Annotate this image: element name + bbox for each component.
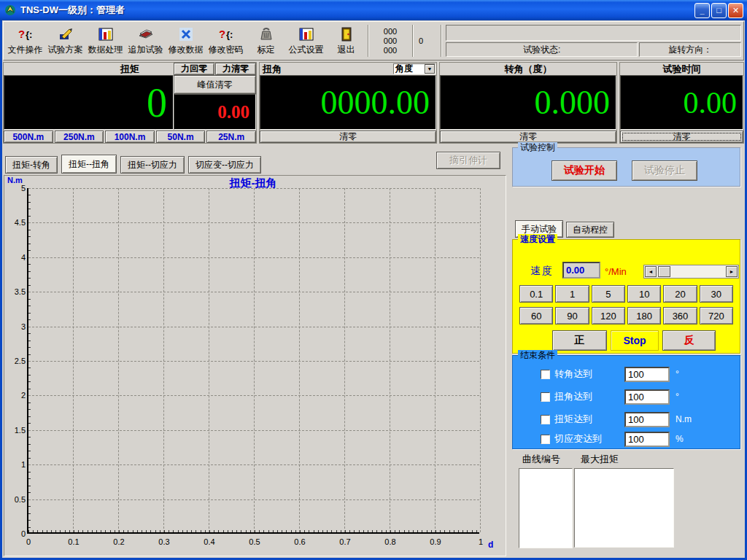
svg-text:?: ? [18,28,25,40]
speed-preset-button[interactable]: 180 [627,307,661,324]
end-condition-unit: ° [676,392,679,402]
y-tick-label: 5 [5,184,26,192]
tab-shear-strain-stress[interactable]: 切应变--切应力 [188,156,261,174]
curve-number-list[interactable] [519,468,573,548]
y-tick-label: 1 [5,460,26,469]
y-tick-label: 0.5 [5,495,26,504]
toolbar-button-test-plan[interactable]: 试验方案 [45,23,85,58]
range-button-250[interactable]: 250N.m [55,131,104,143]
test-time-panel: 试验时间 0.00 清零 [619,62,744,144]
gridline-vertical [390,188,390,532]
y-tick-label: 1.5 [5,426,26,435]
y-tick-label: 2 [5,391,26,400]
close-button[interactable]: ✕ [728,3,743,18]
gridline-vertical [344,188,345,532]
shear-strain-reached-checkbox[interactable] [541,435,550,444]
speed-preset-button[interactable]: 0.1 [519,285,553,303]
forward-button[interactable]: 正 [552,330,607,351]
scrollbar-right-arrow-icon[interactable]: ► [726,266,738,277]
toolbar-button-file-operations[interactable]: ?{: 文件操作 [5,23,45,58]
speed-preset-button[interactable]: 5 [592,285,625,303]
force-return-zero-button[interactable]: 力回零 [174,63,214,75]
tab-torque-twist[interactable]: 扭矩--扭角 [61,155,117,174]
speed-preset-button[interactable]: 720 [700,307,733,324]
formula-settings-chart-icon [298,26,314,43]
torque-reached-checkbox[interactable] [541,415,550,424]
peak-clear-button[interactable]: 峰值清零 [174,75,256,94]
x-tick-label: 0.7 [330,537,360,546]
toolbar-button-edit-data[interactable]: 修改数据 [166,23,206,58]
speed-preset-button[interactable]: 1 [555,285,589,303]
x-tick-label: 0.3 [150,537,179,546]
x-tick-label: 0.9 [421,537,450,546]
shear-strain-reached-input[interactable] [624,432,670,447]
gridline-vertical [435,188,436,532]
max-torque-list[interactable] [574,468,674,548]
speed-preset-button[interactable]: 30 [700,285,733,303]
tab-torque-shear-stress[interactable]: 扭矩--切应力 [120,156,185,174]
toolbar-button-calibration[interactable]: 标定 [246,23,286,58]
reverse-button[interactable]: 反 [662,330,716,351]
torque-meter-panel: 扭矩 力回零 力清零 0 峰值清零 0.00 500N.m 250N.m [3,62,257,144]
tab-torque-rotation[interactable]: 扭矩-转角 [5,156,58,174]
speed-input[interactable] [562,262,600,279]
toolbar-button-append-test[interactable]: 追加试验 [125,23,166,58]
scrollbar-thumb[interactable] [658,266,670,277]
minimize-button[interactable]: _ [694,3,710,18]
test-time-title: 试验时间 [663,63,701,76]
scrollbar-track[interactable] [670,266,726,277]
speed-preset-row-2: 60 90 120 180 360 720 [519,307,733,324]
twist-reached-input[interactable] [624,389,670,405]
status-message-panel [446,25,741,41]
toolbar-button-data-processing[interactable]: 数据处理 [85,23,125,58]
chevron-down-icon[interactable]: ▼ [425,64,435,74]
toolbar-button-formula-settings[interactable]: 公式设置 [286,23,326,58]
rotation-reached-checkbox[interactable] [541,370,550,379]
stop-motion-button[interactable]: Stop [611,330,659,351]
toolbar-button-change-password[interactable]: ?{: 修改密码 [206,23,246,58]
curve-tab-bar: 扭矩-转角 扭矩--扭角 扭矩--切应力 切应变--切应力 [5,155,261,174]
tab-auto-program[interactable]: 自动程控 [566,222,614,238]
angle-unit-combobox[interactable]: 角度 ▼ [393,63,436,74]
meter-row: 扭矩 力回零 力清零 0 峰值清零 0.00 500N.m 250N.m [3,62,744,144]
speed-preset-button[interactable]: 90 [555,307,589,324]
speed-preset-button[interactable]: 10 [627,285,661,303]
speed-preset-button[interactable]: 360 [663,307,697,324]
gridline-vertical [73,188,74,532]
range-button-500[interactable]: 500N.m [4,131,53,143]
test-start-button[interactable]: 试验开始 [551,160,617,181]
test-time-clear-button[interactable]: 清零 [620,131,743,143]
x-tick-label: 1 [466,537,495,546]
range-button-100[interactable]: 100N.m [105,131,155,143]
edit-data-x-icon [179,26,193,43]
twist-angle-clear-button[interactable]: 清零 [260,131,436,143]
counter-line: 000 [384,36,397,46]
speed-settings-group: 速度设置 速度 °/Min ◄ ► 0.1 1 5 10 20 30 [512,239,740,354]
peak-value-display: 0.00 [174,94,256,130]
y-tick-label: 3.5 [5,287,26,296]
end-condition-row: 转角达到 ° [541,366,735,382]
remove-extensometer-button[interactable]: 摘引伸计 [436,152,500,169]
torque-reached-input[interactable] [624,412,670,427]
toolbar-separator [441,25,441,57]
speed-preset-button[interactable]: 120 [592,307,625,324]
speed-scrollbar[interactable]: ◄ ► [643,265,739,279]
toolbar-button-label: 文件操作 [8,44,43,56]
speed-preset-button[interactable]: 20 [663,285,697,303]
torque-value-display: 0 [4,75,174,130]
speed-preset-button[interactable]: 60 [519,307,553,324]
test-time-value-display: 0.00 [620,75,743,130]
toolbar-button-exit[interactable]: 退出 [326,23,366,58]
twist-reached-checkbox[interactable] [541,392,550,402]
twist-angle-value-display: 0000.00 [260,75,436,130]
scrollbar-left-arrow-icon[interactable]: ◄ [645,266,657,277]
torque-title: 扭矩 [120,63,139,76]
maximize-button[interactable]: □ [711,3,727,18]
rotation-reached-input[interactable] [624,367,670,382]
range-button-25[interactable]: 25N.m [206,131,256,143]
range-button-50[interactable]: 50N.m [156,131,206,143]
speed-unit-label: °/Min [605,266,627,277]
rotation-angle-clear-button[interactable]: 清零 [440,131,616,143]
force-clear-zero-button[interactable]: 力清零 [215,63,256,75]
window-body: ?{: 文件操作 试验方案 数据处理 追加试验 [2,20,745,558]
